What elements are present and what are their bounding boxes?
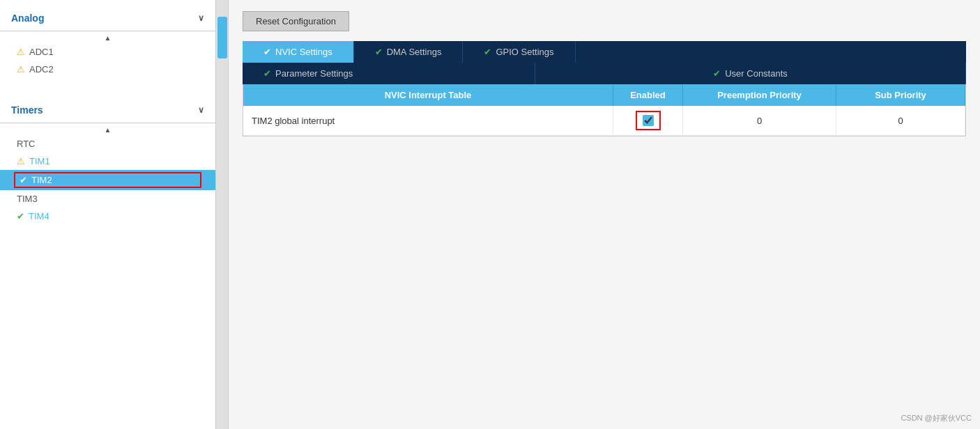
col-preemption: Preemption Priority: [683, 84, 836, 106]
sidebar-divider-2: [0, 123, 215, 123]
sidebar-divider-1: [0, 31, 215, 31]
tab-nvic-settings[interactable]: ✔ NVIC Settings: [243, 41, 354, 63]
parameter-settings-label: Parameter Settings: [275, 68, 353, 79]
warning-icon: ⚠: [17, 47, 25, 57]
sidebar-timers-label: Timers: [11, 104, 43, 116]
scrollbar-thumb[interactable]: [217, 17, 227, 58]
check-icon: ✔: [20, 175, 27, 185]
tabs-row-1: ✔ NVIC Settings ✔ DMA Settings ✔ GPIO Se…: [243, 41, 966, 63]
nvic-table: NVIC Interrupt Table Enabled Preemption …: [243, 84, 965, 136]
user-constants-label: User Constants: [725, 68, 788, 79]
vertical-scrollbar[interactable]: [216, 0, 229, 429]
user-check-icon: ✔: [713, 68, 721, 79]
nvic-table-area: NVIC Interrupt Table Enabled Preemption …: [243, 84, 966, 136]
gpio-check-icon: ✔: [484, 47, 491, 57]
sidebar-item-adc1[interactable]: ⚠ ADC1: [0, 43, 215, 61]
col-sub-priority: Sub Priority: [836, 84, 965, 106]
warning-icon: ⚠: [17, 156, 25, 166]
enabled-cell: [613, 106, 683, 136]
nvic-settings-label: NVIC Settings: [275, 47, 332, 57]
sidebar-item-adc2[interactable]: ⚠ ADC2: [0, 61, 215, 78]
tim4-label: TIM4: [29, 211, 49, 221]
table-row: TIM2 global interrupt 0 0: [243, 106, 965, 136]
sidebar-item-rtc[interactable]: RTC: [0, 135, 215, 153]
reset-configuration-button[interactable]: Reset Configuration: [243, 11, 349, 31]
adc2-label: ADC2: [29, 64, 54, 75]
param-check-icon: ✔: [263, 68, 271, 79]
gpio-settings-label: GPIO Settings: [496, 47, 553, 57]
sub-priority-value: 0: [836, 106, 965, 136]
main-content: Reset Configuration ✔ NVIC Settings ✔ DM…: [229, 0, 980, 429]
tab-user-constants[interactable]: ✔ User Constants: [535, 63, 966, 84]
rtc-label: RTC: [17, 139, 35, 149]
tab-dma-settings[interactable]: ✔ DMA Settings: [354, 41, 464, 63]
sidebar-item-tim2[interactable]: ✔ TIM2: [0, 170, 215, 190]
tim1-label: TIM1: [29, 156, 50, 166]
tabs-row-2: ✔ Parameter Settings ✔ User Constants: [243, 63, 966, 84]
timers-chevron-icon: ∨: [198, 105, 204, 115]
enabled-checkbox[interactable]: [643, 115, 654, 126]
sidebar-item-tim3[interactable]: TIM3: [0, 190, 215, 208]
col-interrupt: NVIC Interrupt Table: [243, 84, 613, 106]
sidebar-item-tim1[interactable]: ⚠ TIM1: [0, 153, 215, 170]
tabs-container: ✔ NVIC Settings ✔ DMA Settings ✔ GPIO Se…: [243, 41, 966, 136]
dma-settings-label: DMA Settings: [387, 47, 442, 57]
col-enabled: Enabled: [613, 84, 683, 106]
nvic-check-icon: ✔: [263, 47, 271, 57]
sidebar-analog-header[interactable]: Analog ∨: [0, 7, 215, 29]
timers-scroll-up[interactable]: ▲: [0, 125, 215, 135]
tab-gpio-settings[interactable]: ✔ GPIO Settings: [463, 41, 575, 63]
sidebar-item-tim4[interactable]: ✔ TIM4: [0, 208, 215, 225]
dma-check-icon: ✔: [375, 47, 383, 57]
warning-icon: ⚠: [17, 64, 25, 75]
table-header-row: NVIC Interrupt Table Enabled Preemption …: [243, 84, 965, 106]
tim2-highlight: ✔ TIM2: [14, 172, 201, 188]
sidebar-timers-header[interactable]: Timers ∨: [0, 99, 215, 121]
analog-scroll-up[interactable]: ▲: [0, 33, 215, 43]
tim2-label: TIM2: [31, 175, 52, 185]
watermark: CSDN @好家伙VCC: [901, 413, 972, 423]
adc1-label: ADC1: [29, 47, 54, 57]
sidebar-analog-label: Analog: [11, 13, 44, 24]
check-green-icon: ✔: [17, 211, 24, 221]
analog-chevron-icon: ∨: [198, 13, 204, 23]
sidebar: Analog ∨ ▲ ⚠ ADC1 ⚠ ADC2 Timers ∨ ▲ RTC …: [0, 0, 216, 429]
interrupt-name: TIM2 global interrupt: [243, 106, 613, 136]
preemption-priority-value: 0: [683, 106, 836, 136]
tab-parameter-settings[interactable]: ✔ Parameter Settings: [243, 63, 535, 84]
tim3-label: TIM3: [17, 194, 38, 204]
enabled-checkbox-highlight: [636, 111, 661, 130]
